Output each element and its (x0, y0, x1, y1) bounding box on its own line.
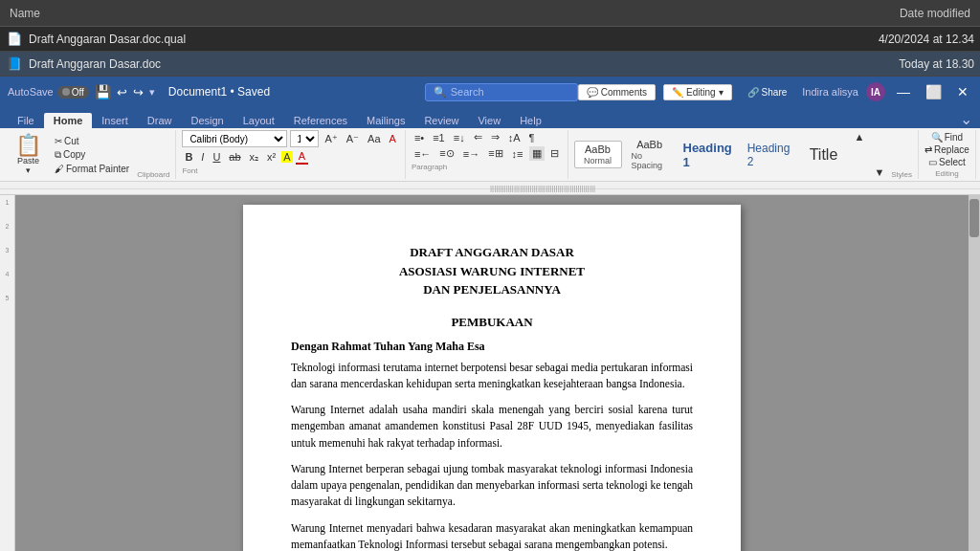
share-button[interactable]: 🔗 Share (740, 85, 795, 99)
bullet-list-button[interactable]: ≡• (412, 131, 427, 144)
decrease-indent-button[interactable]: ⇐ (471, 130, 485, 144)
tab-insert[interactable]: Insert (92, 113, 138, 128)
left-ruler: 1 2 3 4 5 (0, 195, 15, 551)
find-button[interactable]: 🔍 Find (931, 132, 963, 143)
cut-button[interactable]: ✂ Cut (51, 135, 133, 147)
file-date-header: Date modified (900, 7, 970, 20)
tab-references[interactable]: References (284, 113, 357, 128)
style-heading1[interactable]: Heading 1 (678, 139, 738, 171)
styles-scroll-down[interactable]: ▼ (871, 165, 887, 179)
multilevel-list-button[interactable]: ≡↓ (451, 131, 468, 144)
increase-font-button[interactable]: A⁺ (322, 132, 340, 146)
tab-view[interactable]: View (468, 113, 510, 128)
editing-button[interactable]: ✏️ Editing ▾ (663, 84, 732, 100)
autosave-toggle[interactable]: Off (57, 86, 89, 99)
align-left-button[interactable]: ≡← (412, 147, 434, 161)
paste-button[interactable]: 📋 Paste ▾ (10, 133, 47, 177)
user-name: Indira alisya (802, 86, 858, 98)
comments-icon: 💬 (587, 87, 598, 98)
tab-design[interactable]: Design (181, 113, 233, 128)
document-area: 1 2 3 4 5 DRAFT ANGGARAN DASAR ASOSIASI … (0, 195, 980, 551)
tab-review[interactable]: Review (414, 113, 468, 128)
doc-title-block: DRAFT ANGGARAN DASAR ASOSIASI WARUNG INT… (291, 243, 693, 299)
file-name-1: Draft Anggaran Dasar.doc.qual (29, 33, 879, 46)
underline-button[interactable]: U (210, 150, 223, 164)
paste-icon: 📋 (15, 135, 41, 156)
styles-scroll-up[interactable]: ▲ (852, 130, 868, 143)
italic-button[interactable]: I (198, 150, 207, 164)
undo-icon[interactable]: ↩ (117, 85, 127, 99)
addins-group: Add-ins (976, 130, 980, 179)
editing-label: Editing (935, 169, 958, 178)
numbered-list-button[interactable]: ≡1 (430, 131, 448, 144)
change-case-button[interactable]: Aa (365, 132, 383, 145)
sort-button[interactable]: ↕A (505, 131, 523, 144)
format-painter-button[interactable]: 🖌 Format Painter (51, 163, 133, 175)
font-color-button[interactable]: A (387, 132, 399, 145)
tab-mailings[interactable]: Mailings (357, 113, 414, 128)
tab-layout[interactable]: Layout (234, 113, 284, 128)
subscript-button[interactable]: x₂ (247, 150, 262, 165)
align-right-button[interactable]: ≡→ (460, 147, 482, 161)
title-bar: AutoSave Off 💾 ↩ ↪ ▾ Document1 • Saved 🔍… (0, 77, 980, 107)
styles-group: AaBb Normal AaBb No Spacing Heading 1 He… (568, 130, 920, 179)
file-row-2[interactable]: 📘 Draft Anggaran Dasar.doc Today at 18.3… (0, 52, 980, 77)
align-center-button[interactable]: ≡⊙ (436, 146, 457, 161)
vertical-scrollbar[interactable] (969, 195, 980, 551)
style-heading2[interactable]: Heading 2 (742, 140, 796, 170)
style-no-spacing[interactable]: AaBb No Spacing (626, 137, 674, 172)
tab-file[interactable]: File (8, 113, 44, 128)
paragraph-group: ≡• ≡1 ≡↓ ⇐ ⇒ ↕A ¶ ≡← ≡⊙ ≡→ ≡⊞ ↕≡ ▦ ⊟ Par… (406, 130, 568, 179)
border-button[interactable]: ⊟ (547, 146, 562, 161)
customize-icon[interactable]: ▾ (149, 86, 155, 99)
doc-section-title: PEMBUKAAN (291, 315, 693, 330)
style-normal[interactable]: AaBb Normal (574, 141, 622, 168)
style-title[interactable]: Title (800, 144, 848, 165)
para-row-1: ≡• ≡1 ≡↓ ⇐ ⇒ ↕A ¶ (412, 130, 538, 144)
search-placeholder: Search (451, 86, 484, 98)
title-bar-right: 💬 Comments ✏️ Editing ▾ 🔗 Share Indira a… (578, 82, 972, 101)
save-icon[interactable]: 💾 (95, 84, 111, 99)
file-icon-1: 📄 (6, 31, 23, 48)
font-name-select[interactable]: Calibri (Body) (182, 130, 287, 147)
line-spacing-button[interactable]: ↕≡ (509, 147, 526, 161)
select-button[interactable]: ▭ Select (928, 157, 966, 167)
restore-button[interactable]: ⬜ (922, 84, 946, 99)
tab-home[interactable]: Home (44, 113, 93, 128)
shading-button[interactable]: ▦ (529, 146, 545, 161)
tab-help[interactable]: Help (510, 113, 551, 128)
font-size-select[interactable]: 11 (290, 130, 319, 147)
replace-button[interactable]: ⇄ Replace (924, 144, 969, 155)
clipboard-group: 📋 Paste ▾ ✂ Cut ⧉ Copy 🖌 Format Painter … (4, 130, 176, 179)
file-row-1[interactable]: 📄 Draft Anggaran Dasar.doc.qual 4/20/202… (0, 27, 980, 52)
redo-icon[interactable]: ↪ (133, 85, 144, 99)
decrease-font-button[interactable]: A⁻ (344, 132, 362, 146)
font-color2-button[interactable]: A (296, 149, 308, 165)
autosave-state: Off (72, 87, 84, 98)
clipboard-sub: ✂ Cut ⧉ Copy 🖌 Format Painter (51, 135, 133, 175)
strikethrough-button[interactable]: ab (226, 150, 243, 164)
document-page[interactable]: DRAFT ANGGARAN DASAR ASOSIASI WARUNG INT… (243, 205, 741, 551)
doc-para-1: Teknologi informasi terutama internet be… (291, 360, 693, 393)
document-scroll[interactable]: DRAFT ANGGARAN DASAR ASOSIASI WARUNG INT… (15, 195, 969, 551)
scroll-thumb[interactable] (969, 199, 979, 237)
comments-button[interactable]: 💬 Comments (578, 84, 656, 100)
search-box[interactable]: 🔍 Search (425, 83, 578, 101)
doc-title-line1: DRAFT ANGGARAN DASAR (291, 243, 693, 262)
minimize-button[interactable]: — (893, 84, 914, 99)
justify-button[interactable]: ≡⊞ (485, 146, 505, 161)
close-button[interactable]: ✕ (953, 84, 972, 99)
ribbon-collapse-icon[interactable]: ⌄ (960, 110, 972, 128)
text-highlight-button[interactable]: A (281, 151, 292, 163)
show-formatting-button[interactable]: ¶ (525, 131, 537, 144)
search-icon: 🔍 (434, 86, 447, 99)
toggle-dot (62, 88, 70, 96)
superscript-button[interactable]: x² (264, 150, 278, 164)
copy-button[interactable]: ⧉ Copy (51, 148, 133, 162)
user-avatar[interactable]: IA (866, 82, 885, 101)
increase-indent-button[interactable]: ⇒ (488, 130, 502, 144)
bold-button[interactable]: B (182, 150, 195, 164)
font-label: Font (182, 166, 197, 175)
styles-label: Styles (891, 170, 912, 179)
tab-draw[interactable]: Draw (138, 113, 182, 128)
